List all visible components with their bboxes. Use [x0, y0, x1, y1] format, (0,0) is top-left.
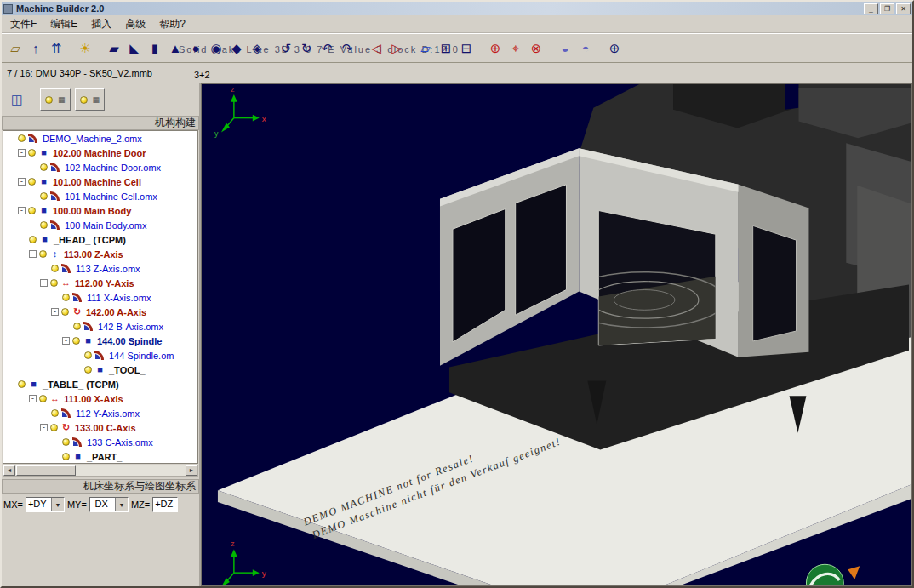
plane-icon[interactable]: ▱ — [415, 38, 436, 59]
tree-row[interactable]: -■100.00 Main Body — [3, 203, 197, 218]
expander-icon[interactable]: - — [18, 178, 26, 186]
scroll-right-icon[interactable]: ► — [186, 465, 197, 476]
move-up-icon[interactable]: ↑ — [26, 38, 46, 59]
tree-row[interactable]: 111 X-Axis.omx — [3, 290, 197, 305]
omx-file-icon — [61, 408, 71, 418]
section-grid-alt-icon[interactable]: ⊟ — [456, 38, 477, 59]
maximize-button[interactable]: ❐ — [880, 3, 894, 14]
axis-z-label: z — [231, 539, 235, 548]
scrollbar-track[interactable] — [15, 465, 186, 476]
tree-row[interactable]: -↻133.00 C-Axis — [3, 420, 197, 435]
component-visibility-off-icon[interactable]: ▦ — [75, 88, 106, 111]
expander-icon[interactable]: - — [18, 207, 26, 214]
rotate-view-x-icon[interactable]: ↺ — [276, 38, 296, 59]
component-revolve-icon[interactable]: ◉ — [206, 38, 226, 59]
magnet-alt-icon[interactable]: ◓ — [575, 38, 596, 59]
coord-label-2: MZ= — [131, 500, 150, 510]
bulb-icon — [18, 134, 26, 142]
open-machine-icon[interactable]: ▱ — [5, 38, 26, 59]
expander-icon[interactable]: - — [40, 279, 48, 287]
menu-item-3[interactable]: 高级 — [118, 15, 152, 33]
tree-row[interactable]: ■_TABLE_ (TCPM) — [3, 377, 197, 391]
view-next-icon[interactable]: ▷ — [386, 38, 407, 59]
rotate-view-y-icon[interactable]: ↻ — [296, 38, 317, 59]
view-prev-icon[interactable]: ◁ — [366, 38, 386, 59]
tree-label: 100 Main Body.omx — [63, 220, 148, 231]
tree-row[interactable]: -↕113.00 Z-Axis — [3, 247, 197, 261]
component-sweep-icon[interactable]: ◈ — [247, 38, 267, 59]
menu-item-1[interactable]: 编辑E — [43, 15, 84, 33]
tree-row[interactable]: -■102.00 Machine Door — [3, 146, 197, 160]
tree-row[interactable]: DEMO_Machine_2.omx — [3, 131, 197, 146]
menu-item-2[interactable]: 插入 — [84, 15, 118, 33]
tree-horizontal-scrollbar[interactable]: ◄ ► — [3, 465, 198, 477]
tree-row[interactable]: -↔112.00 Y-Axis — [3, 276, 197, 290]
tree-row[interactable]: ■_TOOL_ — [3, 363, 197, 377]
tree-label: 113 Z-Axis.omx — [74, 264, 142, 274]
tree-label: 101 Machine Cell.omx — [63, 191, 159, 202]
tree-label: 144.00 Spindle — [95, 336, 163, 346]
close-button[interactable]: ✕ — [896, 3, 911, 14]
component-block-icon[interactable]: ▰ — [104, 38, 124, 59]
tree-row[interactable]: -↻142.00 A-Axis — [3, 305, 197, 319]
rotate-view-z-icon[interactable]: ↶ — [317, 38, 337, 59]
tree-row[interactable]: 100 Main Body.omx — [3, 218, 197, 232]
vericut-logo — [806, 564, 843, 585]
origin-icon[interactable]: ⊕ — [485, 38, 506, 59]
component-cone-icon[interactable]: ▲ — [165, 38, 186, 59]
mech-tree-view-icon[interactable]: ◫ — [5, 88, 29, 111]
expander-icon[interactable]: - — [62, 337, 70, 345]
component-cylinder-icon[interactable]: ▮ — [145, 38, 165, 59]
tree-row[interactable]: 112 Y-Axis.omx — [3, 406, 197, 420]
csys-icon[interactable]: ⊗ — [526, 38, 546, 59]
viewport[interactable]: DEMO MACHINE not for Resale! DEMO Maschi… — [201, 83, 912, 586]
tree-row[interactable]: 102 Machine Door.omx — [3, 160, 197, 174]
component-visibility-on-icon[interactable]: ▦ — [40, 88, 71, 111]
chevron-down-icon[interactable]: ▼ — [115, 498, 128, 511]
tree-row[interactable]: 142 B-Axis.omx — [3, 319, 197, 334]
expander-icon[interactable]: - — [29, 395, 37, 402]
bulb-icon — [62, 438, 70, 446]
move-to-top-icon[interactable]: ⇈ — [46, 38, 66, 59]
scrollbar-thumb[interactable] — [16, 465, 76, 476]
tree-row[interactable]: -■101.00 Machine Cell — [3, 174, 197, 189]
minimize-button[interactable]: _ — [864, 3, 878, 14]
axis-target-icon[interactable]: ⌖ — [506, 38, 526, 59]
tree-row[interactable]: 101 Machine Cell.omx — [3, 189, 197, 203]
tree-row[interactable]: -↔111.00 X-Axis — [3, 391, 197, 406]
chevron-down-icon[interactable]: ▼ — [51, 498, 64, 511]
tree-row[interactable]: ■_HEAD_ (TCPM) — [3, 232, 197, 247]
coord-select-2[interactable]: +DZ▼ — [152, 497, 178, 512]
machine-info-text: 7 / 16: DMU 340P - SK50_V2.mmb — [7, 68, 152, 78]
magnet-icon[interactable]: ◒ — [555, 38, 575, 59]
viewport-canvas[interactable]: DEMO MACHINE not for Resale! DEMO Maschi… — [202, 84, 911, 585]
expander-icon[interactable]: - — [40, 424, 48, 431]
bulb-icon — [62, 294, 70, 301]
coord-select-0[interactable]: +DY▼ — [26, 497, 65, 512]
machine-builder-window: Machine Builder 2.0 _ ❐ ✕ 文件F编辑E插入高级帮助? … — [0, 0, 914, 588]
expander-icon[interactable]: - — [29, 250, 37, 258]
expander-icon[interactable]: - — [18, 149, 26, 157]
wcs-triad-bottom: z y x — [214, 539, 266, 585]
rotate-view-free-icon[interactable]: ↷ — [337, 38, 357, 59]
scroll-left-icon[interactable]: ◄ — [3, 465, 15, 476]
component-sphere-icon[interactable]: ● — [186, 38, 206, 59]
component-extrude-icon[interactable]: ◆ — [226, 38, 247, 59]
omx-file-icon — [94, 351, 105, 360]
menu-item-4[interactable]: 帮助? — [152, 15, 192, 33]
bulb-icon — [39, 395, 47, 402]
tree-row[interactable]: 113 Z-Axis.omx — [3, 261, 197, 276]
bulb-toggle-icon[interactable]: ☀ — [75, 38, 95, 59]
tree-row[interactable]: 144 Spindle.om — [3, 348, 197, 363]
omx-file-icon — [50, 220, 60, 230]
section-grid-icon[interactable]: ⊞ — [436, 38, 456, 59]
bulb-icon — [72, 337, 80, 345]
world-csys-icon[interactable]: ⊕ — [604, 38, 625, 59]
component-wedge-icon[interactable]: ◣ — [124, 38, 145, 59]
menu-item-0[interactable]: 文件F — [3, 15, 43, 33]
expander-icon[interactable]: - — [51, 308, 59, 316]
tree-row[interactable]: -■144.00 Spindle — [3, 334, 197, 348]
tree-row[interactable]: 133 C-Axis.omx — [3, 435, 197, 449]
coord-select-1[interactable]: -DX▼ — [89, 497, 129, 512]
tree-row[interactable]: ■_PART_ — [3, 449, 197, 464]
